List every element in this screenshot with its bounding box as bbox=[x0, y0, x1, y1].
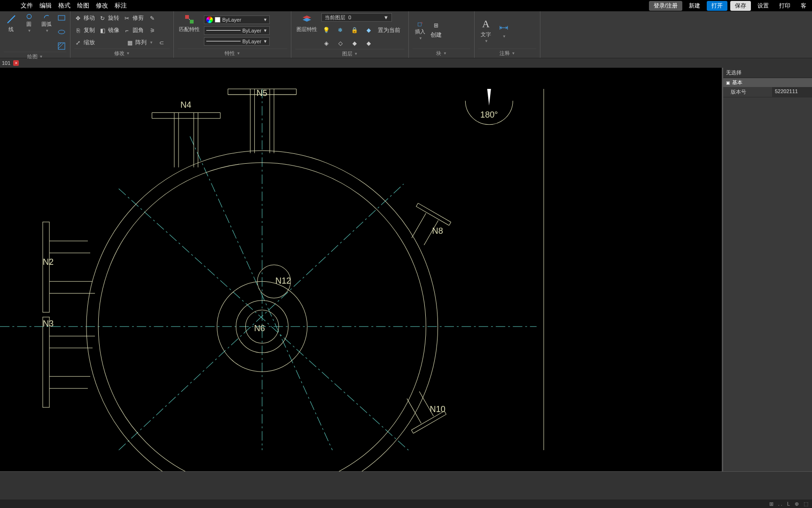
block-insert-button[interactable]: 插入▼ bbox=[413, 21, 428, 40]
mirror-icon: ◧ bbox=[99, 27, 106, 34]
tool-erase[interactable]: ✎ bbox=[148, 14, 157, 23]
tool-trim[interactable]: ✂修剪 bbox=[123, 14, 144, 22]
tool-move[interactable]: ✥移动 bbox=[74, 14, 95, 22]
layer-uniso-icon[interactable]: ◇ bbox=[336, 39, 345, 48]
copy-icon: ⎘ bbox=[74, 27, 82, 34]
panel-properties-label: 特性 bbox=[225, 50, 235, 57]
svg-line-51 bbox=[412, 213, 426, 238]
tool-arc[interactable]: 圆弧▼ bbox=[39, 13, 54, 33]
lineweight-combo[interactable]: ByLayer▼ bbox=[204, 26, 270, 35]
tool-array[interactable]: ▦阵列▼ bbox=[126, 39, 153, 47]
tool-fillet[interactable]: ⌐圆角 bbox=[123, 26, 144, 34]
layer-off-icon[interactable]: ◆ bbox=[350, 39, 359, 48]
layer-iso-icon[interactable]: ◈ bbox=[321, 39, 331, 48]
svg-rect-7 bbox=[185, 15, 189, 19]
svg-line-55 bbox=[416, 203, 418, 206]
current-layer-combo[interactable]: 当前图层 0 ▼ bbox=[321, 13, 392, 22]
array-icon: ▦ bbox=[126, 39, 133, 47]
color-combo[interactable]: ByLayer▼ bbox=[204, 16, 270, 24]
svg-line-62 bbox=[411, 430, 413, 433]
svg-line-5 bbox=[58, 43, 61, 46]
document-tab[interactable]: 101 bbox=[2, 60, 10, 66]
workspace: 180° bbox=[0, 68, 812, 471]
status-ortho-icon[interactable]: L bbox=[787, 501, 790, 507]
new-button[interactable]: 新建 bbox=[685, 1, 704, 11]
panel-props-expand[interactable]: ▼ bbox=[237, 51, 241, 56]
properties-panel: 无选择 ▣ 基本 版本号 52202111 bbox=[723, 68, 812, 471]
match-properties-button[interactable]: 匹配特性 bbox=[178, 13, 201, 33]
panel-block-label: 块 bbox=[436, 50, 441, 57]
dimension-button[interactable]: ▼ bbox=[496, 21, 511, 40]
menu-annotate[interactable]: 标注 bbox=[115, 1, 127, 10]
open-button[interactable]: 打开 bbox=[707, 1, 727, 11]
panel-properties: 匹配特性 ByLayer▼ ByLayer▼ ByLayer▼ 特性▼ bbox=[174, 11, 291, 58]
color-wheel-icon bbox=[206, 16, 213, 23]
layer-lock-icon[interactable]: 🔒 bbox=[350, 25, 359, 35]
svg-line-58 bbox=[407, 398, 421, 423]
login-button[interactable]: 登录/注册 bbox=[649, 1, 682, 11]
menu-modify[interactable]: 修改 bbox=[96, 1, 108, 10]
linetype-combo[interactable]: ByLayer▼ bbox=[204, 37, 270, 46]
property-name: 版本号 bbox=[723, 87, 772, 97]
layer-properties-button[interactable]: 图层特性 bbox=[295, 13, 319, 33]
status-grid-icon[interactable]: ⊞ bbox=[769, 501, 773, 507]
command-line-area[interactable] bbox=[0, 471, 812, 500]
save-button[interactable]: 保存 bbox=[730, 1, 751, 11]
tool-offset[interactable]: ⊂ bbox=[157, 38, 166, 48]
svg-line-54 bbox=[418, 203, 451, 222]
panel-layer-expand[interactable]: ▼ bbox=[354, 52, 358, 56]
svg-line-60 bbox=[414, 414, 446, 433]
tool-copy[interactable]: ⎘复制 bbox=[74, 26, 95, 34]
svg-rect-8 bbox=[190, 20, 194, 24]
drawing-canvas[interactable]: 180° bbox=[0, 68, 723, 471]
tool-hatch[interactable] bbox=[57, 41, 66, 51]
svg-rect-2 bbox=[58, 16, 65, 20]
properties-section-basic[interactable]: ▣ 基本 bbox=[723, 78, 812, 87]
menu-format[interactable]: 格式 bbox=[58, 1, 70, 10]
tool-scale[interactable]: ⤢缩放 bbox=[74, 39, 95, 47]
tool-circle[interactable]: 圆▼ bbox=[22, 13, 37, 33]
tool-mirror[interactable]: ◧镜像 bbox=[99, 26, 119, 34]
block-create-button[interactable]: ⊞ 创建 bbox=[430, 22, 442, 39]
color-swatch bbox=[215, 17, 220, 23]
panel-modify-expand[interactable]: ▼ bbox=[126, 51, 130, 56]
tool-rectangle[interactable] bbox=[57, 13, 66, 23]
panel-draw-expand[interactable]: ▼ bbox=[39, 55, 43, 59]
tool-line[interactable]: 线 bbox=[4, 13, 19, 33]
label-n2: N2 bbox=[43, 257, 54, 267]
status-osnap-icon[interactable]: ⬚ bbox=[804, 501, 808, 507]
panel-layer-label: 图层 bbox=[342, 50, 352, 57]
tool-explode[interactable]: ⚞ bbox=[148, 26, 157, 35]
panel-block: 插入▼ ⊞ 创建 块▼ bbox=[409, 11, 475, 58]
layer-color-icon[interactable]: ◆ bbox=[364, 25, 373, 35]
svg-rect-9 bbox=[418, 23, 421, 26]
tool-ellipse[interactable] bbox=[57, 27, 66, 37]
status-snap-icon[interactable]: . . bbox=[778, 501, 782, 507]
print-button[interactable]: 打印 bbox=[775, 1, 794, 11]
drawing-svg: 180° bbox=[0, 68, 722, 471]
settings-button[interactable]: 设置 bbox=[754, 1, 773, 11]
properties-header: 无选择 bbox=[723, 68, 812, 78]
layer-match-icon[interactable]: ◆ bbox=[364, 39, 373, 48]
svg-line-53 bbox=[416, 206, 449, 225]
property-value[interactable]: 52202111 bbox=[772, 87, 812, 97]
text-button[interactable]: A 文字▼ bbox=[478, 21, 493, 40]
layer-on-icon[interactable]: 💡 bbox=[321, 25, 331, 35]
document-tab-close[interactable]: × bbox=[13, 60, 19, 66]
svg-line-0 bbox=[8, 16, 15, 23]
service-button[interactable]: 客 bbox=[797, 1, 810, 11]
menu-file[interactable]: 文件 bbox=[21, 1, 33, 10]
panel-annotation: A 文字▼ ▼ 注释▼ bbox=[475, 11, 540, 58]
label-n6: N6 bbox=[254, 324, 265, 333]
tool-rotate[interactable]: ↻旋转 bbox=[99, 14, 119, 22]
layer-freeze-icon[interactable]: ❄ bbox=[336, 25, 345, 35]
panel-block-expand[interactable]: ▼ bbox=[443, 51, 447, 56]
panel-draw-label: 绘图 bbox=[27, 53, 38, 60]
set-current-layer-button[interactable]: 置为当前 bbox=[378, 26, 400, 34]
label-n10: N10 bbox=[430, 405, 445, 414]
menu-draw[interactable]: 绘图 bbox=[77, 1, 89, 10]
menu-edit[interactable]: 编辑 bbox=[39, 1, 52, 10]
status-polar-icon[interactable]: ⊕ bbox=[795, 501, 799, 507]
scale-icon: ⤢ bbox=[74, 39, 82, 47]
panel-annot-expand[interactable]: ▼ bbox=[512, 51, 515, 56]
